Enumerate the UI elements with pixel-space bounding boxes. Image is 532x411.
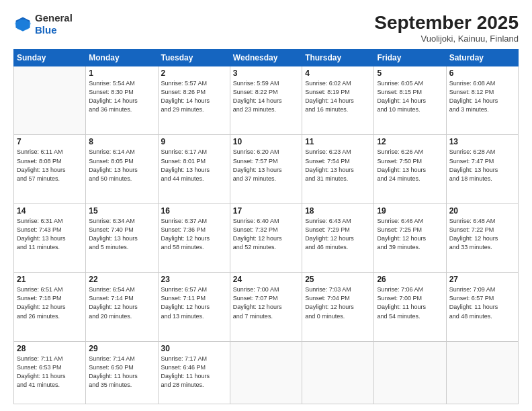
day-info: Sunrise: 6:08 AM Sunset: 8:12 PM Dayligh…: [449, 79, 515, 114]
day-number: 13: [449, 137, 515, 146]
day-number: 4: [305, 68, 371, 78]
table-row: 27Sunrise: 7:09 AM Sunset: 6:57 PM Dayli…: [446, 273, 518, 341]
day-number: 6: [449, 68, 515, 78]
table-row: 2Sunrise: 5:57 AM Sunset: 8:26 PM Daylig…: [158, 66, 230, 135]
day-info: Sunrise: 7:14 AM Sunset: 6:50 PM Dayligh…: [89, 355, 154, 390]
day-info: Sunrise: 7:00 AM Sunset: 7:07 PM Dayligh…: [233, 285, 299, 320]
logo: General Blue: [13, 12, 73, 36]
day-info: Sunrise: 6:54 AM Sunset: 7:14 PM Dayligh…: [89, 285, 154, 320]
day-info: Sunrise: 7:17 AM Sunset: 6:46 PM Dayligh…: [161, 355, 227, 390]
day-info: Sunrise: 6:46 AM Sunset: 7:25 PM Dayligh…: [377, 217, 443, 252]
table-row: 9Sunrise: 6:17 AM Sunset: 8:01 PM Daylig…: [158, 135, 230, 203]
day-info: Sunrise: 7:06 AM Sunset: 7:00 PM Dayligh…: [377, 285, 443, 320]
table-row: 22Sunrise: 6:54 AM Sunset: 7:14 PM Dayli…: [86, 273, 158, 341]
table-row: 13Sunrise: 6:28 AM Sunset: 7:47 PM Dayli…: [446, 135, 518, 203]
col-friday: Friday: [374, 50, 446, 66]
table-row: 17Sunrise: 6:40 AM Sunset: 7:32 PM Dayli…: [230, 203, 302, 272]
table-row: 1Sunrise: 5:54 AM Sunset: 8:30 PM Daylig…: [86, 66, 158, 135]
day-number: 26: [377, 275, 443, 284]
day-number: 24: [233, 275, 299, 284]
logo-general: General: [35, 12, 73, 24]
table-row: 28Sunrise: 7:11 AM Sunset: 6:53 PM Dayli…: [14, 341, 86, 404]
day-info: Sunrise: 6:05 AM Sunset: 8:15 PM Dayligh…: [377, 79, 443, 114]
day-info: Sunrise: 6:40 AM Sunset: 7:32 PM Dayligh…: [233, 217, 299, 252]
calendar-week-row: 21Sunrise: 6:51 AM Sunset: 7:18 PM Dayli…: [14, 273, 519, 341]
table-row: 15Sunrise: 6:34 AM Sunset: 7:40 PM Dayli…: [86, 203, 158, 272]
day-number: 12: [377, 137, 443, 146]
day-number: 29: [89, 344, 154, 353]
day-number: 8: [89, 137, 154, 146]
logo-blue: Blue: [35, 24, 57, 36]
table-row: 16Sunrise: 6:37 AM Sunset: 7:36 PM Dayli…: [158, 203, 230, 272]
table-row: [446, 341, 518, 404]
day-info: Sunrise: 7:09 AM Sunset: 6:57 PM Dayligh…: [449, 285, 515, 320]
table-row: 18Sunrise: 6:43 AM Sunset: 7:29 PM Dayli…: [302, 203, 374, 272]
day-number: 18: [305, 206, 371, 216]
day-number: 27: [449, 275, 515, 284]
table-row: 12Sunrise: 6:26 AM Sunset: 7:50 PM Dayli…: [374, 135, 446, 203]
table-row: 23Sunrise: 6:57 AM Sunset: 7:11 PM Dayli…: [158, 273, 230, 341]
day-info: Sunrise: 6:37 AM Sunset: 7:36 PM Dayligh…: [161, 217, 227, 252]
day-info: Sunrise: 7:11 AM Sunset: 6:53 PM Dayligh…: [17, 355, 83, 390]
calendar-week-row: 14Sunrise: 6:31 AM Sunset: 7:43 PM Dayli…: [14, 203, 519, 272]
day-info: Sunrise: 6:02 AM Sunset: 8:19 PM Dayligh…: [305, 79, 371, 114]
table-row: 30Sunrise: 7:17 AM Sunset: 6:46 PM Dayli…: [158, 341, 230, 404]
day-number: 19: [377, 206, 443, 216]
day-number: 3: [233, 68, 299, 78]
title-block: September 2025 Vuolijoki, Kainuu, Finlan…: [374, 12, 519, 44]
day-number: 15: [89, 206, 154, 216]
day-info: Sunrise: 6:20 AM Sunset: 7:57 PM Dayligh…: [233, 148, 299, 183]
subtitle: Vuolijoki, Kainuu, Finland: [374, 34, 519, 44]
day-number: 14: [17, 206, 83, 216]
month-title: September 2025: [374, 12, 519, 34]
day-info: Sunrise: 6:28 AM Sunset: 7:47 PM Dayligh…: [449, 148, 515, 183]
table-row: 5Sunrise: 6:05 AM Sunset: 8:15 PM Daylig…: [374, 66, 446, 135]
day-number: 25: [305, 275, 371, 284]
day-number: 21: [17, 275, 83, 284]
day-info: Sunrise: 6:43 AM Sunset: 7:29 PM Dayligh…: [305, 217, 371, 252]
day-info: Sunrise: 6:31 AM Sunset: 7:43 PM Dayligh…: [17, 217, 83, 252]
col-monday: Monday: [86, 50, 158, 66]
col-saturday: Saturday: [446, 50, 518, 66]
day-info: Sunrise: 6:57 AM Sunset: 7:11 PM Dayligh…: [161, 285, 227, 320]
col-sunday: Sunday: [14, 50, 86, 66]
table-row: 4Sunrise: 6:02 AM Sunset: 8:19 PM Daylig…: [302, 66, 374, 135]
day-info: Sunrise: 6:23 AM Sunset: 7:54 PM Dayligh…: [305, 148, 371, 183]
day-info: Sunrise: 5:54 AM Sunset: 8:30 PM Dayligh…: [89, 79, 154, 114]
calendar-week-row: 7Sunrise: 6:11 AM Sunset: 8:08 PM Daylig…: [14, 135, 519, 203]
day-number: 20: [449, 206, 515, 216]
table-row: 6Sunrise: 6:08 AM Sunset: 8:12 PM Daylig…: [446, 66, 518, 135]
day-number: 16: [161, 206, 227, 216]
day-info: Sunrise: 6:26 AM Sunset: 7:50 PM Dayligh…: [377, 148, 443, 183]
day-number: 28: [17, 344, 83, 353]
day-number: 17: [233, 206, 299, 216]
calendar-week-row: 1Sunrise: 5:54 AM Sunset: 8:30 PM Daylig…: [14, 66, 519, 135]
day-info: Sunrise: 6:48 AM Sunset: 7:22 PM Dayligh…: [449, 217, 515, 252]
logo-icon: [13, 15, 32, 34]
table-row: 26Sunrise: 7:06 AM Sunset: 7:00 PM Dayli…: [374, 273, 446, 341]
calendar-table: Sunday Monday Tuesday Wednesday Thursday…: [13, 49, 519, 404]
table-row: 10Sunrise: 6:20 AM Sunset: 7:57 PM Dayli…: [230, 135, 302, 203]
table-row: 21Sunrise: 6:51 AM Sunset: 7:18 PM Dayli…: [14, 273, 86, 341]
day-number: 23: [161, 275, 227, 284]
table-row: 20Sunrise: 6:48 AM Sunset: 7:22 PM Dayli…: [446, 203, 518, 272]
table-row: 7Sunrise: 6:11 AM Sunset: 8:08 PM Daylig…: [14, 135, 86, 203]
table-row: 29Sunrise: 7:14 AM Sunset: 6:50 PM Dayli…: [86, 341, 158, 404]
table-row: 11Sunrise: 6:23 AM Sunset: 7:54 PM Dayli…: [302, 135, 374, 203]
day-info: Sunrise: 6:17 AM Sunset: 8:01 PM Dayligh…: [161, 148, 227, 183]
day-number: 30: [161, 344, 227, 353]
table-row: [14, 66, 86, 135]
table-row: [374, 341, 446, 404]
day-info: Sunrise: 6:11 AM Sunset: 8:08 PM Dayligh…: [17, 148, 83, 183]
day-number: 11: [305, 137, 371, 146]
day-info: Sunrise: 7:03 AM Sunset: 7:04 PM Dayligh…: [305, 285, 371, 320]
day-number: 10: [233, 137, 299, 146]
calendar-header-row: Sunday Monday Tuesday Wednesday Thursday…: [14, 50, 519, 66]
day-info: Sunrise: 6:14 AM Sunset: 8:05 PM Dayligh…: [89, 148, 154, 183]
table-row: 8Sunrise: 6:14 AM Sunset: 8:05 PM Daylig…: [86, 135, 158, 203]
page: General Blue September 2025 Vuolijoki, K…: [0, 0, 532, 411]
col-thursday: Thursday: [302, 50, 374, 66]
table-row: [230, 341, 302, 404]
day-info: Sunrise: 6:34 AM Sunset: 7:40 PM Dayligh…: [89, 217, 154, 252]
day-info: Sunrise: 5:59 AM Sunset: 8:22 PM Dayligh…: [233, 79, 299, 114]
